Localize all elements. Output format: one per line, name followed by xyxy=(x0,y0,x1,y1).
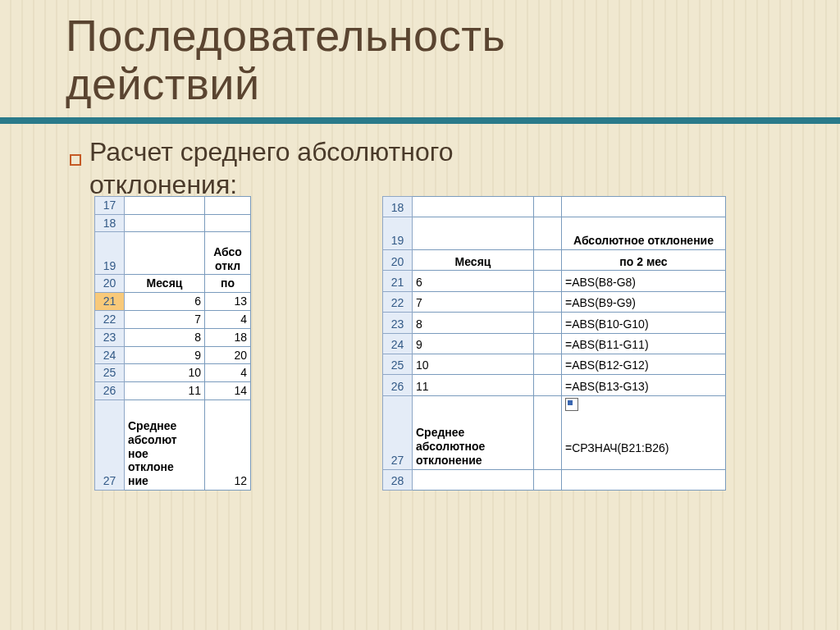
row-header: 27 xyxy=(383,395,413,469)
cell xyxy=(534,375,562,395)
cell: 14 xyxy=(205,382,251,400)
row-header: 23 xyxy=(383,313,413,333)
table-row: 19 Абсооткл xyxy=(95,232,251,275)
cell-header: по xyxy=(205,275,251,293)
row-header: 25 xyxy=(95,364,125,382)
table-row: 28 xyxy=(383,469,726,490)
cell xyxy=(205,196,251,214)
table-row: 22 7 =ABS(B9-G9) xyxy=(383,291,726,312)
cell: 9 xyxy=(125,346,205,364)
cell: 9 xyxy=(413,333,534,354)
cell: 12 xyxy=(205,399,251,490)
cell: 4 xyxy=(205,364,251,382)
cell: 20 xyxy=(205,346,251,364)
excel-table-right: 18 19 Абсолютное отклонение 20 Месяц по … xyxy=(382,196,726,491)
row-header: 24 xyxy=(95,346,125,364)
cell xyxy=(413,196,534,217)
cell: =СРЗНАЧ(B21:B26) xyxy=(562,395,726,469)
cell: =ABS(B10-G10) xyxy=(562,313,726,333)
row-header: 26 xyxy=(95,382,125,400)
tables-container: 17 18 19 Абсооткл 20 xyxy=(70,196,799,491)
cell: 8 xyxy=(413,313,534,333)
cell: =ABS(B9-G9) xyxy=(562,291,726,312)
cell: 7 xyxy=(413,291,534,312)
cell xyxy=(413,469,534,490)
cell: =ABS(B13-G13) xyxy=(562,375,726,395)
table-row: 27 Среднее абсолют ное отклоне ние 12 xyxy=(95,399,251,490)
cell-label: Среднее абсолют ное отклоне ние xyxy=(125,399,205,490)
table-row: 21 6 =ABS(B8-G8) xyxy=(383,271,726,291)
table-row: 25 10 =ABS(B12-G12) xyxy=(383,354,726,374)
cell xyxy=(534,354,562,374)
cell: =ABS(B8-G8) xyxy=(562,271,726,291)
cell-header: Месяц xyxy=(413,250,534,271)
excel-table-left: 17 18 19 Абсооткл 20 xyxy=(94,196,251,491)
cell xyxy=(562,196,726,217)
cell xyxy=(125,214,205,232)
cell-header: Абсооткл xyxy=(205,232,251,275)
row-header: 23 xyxy=(95,328,125,346)
row-header: 26 xyxy=(383,375,413,395)
row-header: 18 xyxy=(383,196,413,217)
row-header: 18 xyxy=(95,214,125,232)
row-header: 28 xyxy=(383,469,413,490)
cell xyxy=(534,469,562,490)
slide: Последовательность действий Расчет средн… xyxy=(0,0,840,630)
cell: 10 xyxy=(413,354,534,374)
cell: 11 xyxy=(125,382,205,400)
slide-title: Последовательность действий xyxy=(0,0,840,117)
cell: 8 xyxy=(125,328,205,346)
row-header: 19 xyxy=(383,217,413,250)
table-row: 24 9 20 xyxy=(95,346,251,364)
cell xyxy=(562,469,726,490)
table-row: 20 Месяц по xyxy=(95,275,251,293)
cell: 7 xyxy=(125,310,205,328)
cell: 6 xyxy=(413,271,534,291)
row-header: 24 xyxy=(383,333,413,354)
row-header: 22 xyxy=(383,291,413,312)
autofill-handle-icon xyxy=(565,398,578,411)
cell: =ABS(B12-G12) xyxy=(562,354,726,374)
cell xyxy=(534,313,562,333)
table-row: 23 8 18 xyxy=(95,328,251,346)
cell xyxy=(205,214,251,232)
title-divider xyxy=(0,117,840,124)
row-header: 22 xyxy=(95,310,125,328)
cell: 6 xyxy=(125,293,205,311)
title-line-1: Последовательность xyxy=(66,11,505,60)
cell xyxy=(125,196,205,214)
table-row: 21 6 13 xyxy=(95,293,251,311)
cell: 10 xyxy=(125,364,205,382)
title-line-2: действий xyxy=(66,59,260,108)
subtitle-line-1: Расчет среднего абсолютного xyxy=(89,137,453,167)
table-row: 18 xyxy=(95,214,251,232)
cell xyxy=(534,291,562,312)
table-row: 25 10 4 xyxy=(95,364,251,382)
cell-header: Месяц xyxy=(125,275,205,293)
cell xyxy=(125,232,205,275)
cell-label: Среднее абсолютное отклонение xyxy=(413,395,534,469)
table-row: 18 xyxy=(383,196,726,217)
cell-header: Абсолютное отклонение xyxy=(562,217,726,250)
cell xyxy=(534,333,562,354)
slide-body: Расчет среднего абсолютного отклонения: … xyxy=(0,135,840,491)
cell: =ABS(B11-G11) xyxy=(562,333,726,354)
table-row: 17 xyxy=(95,196,251,214)
cell xyxy=(534,271,562,291)
subtitle-line-2: отклонения: xyxy=(89,170,237,199)
row-header: 19 xyxy=(95,232,125,275)
square-bullet-icon xyxy=(70,154,81,166)
cell: 13 xyxy=(205,293,251,311)
cell xyxy=(534,217,562,250)
bullet-item: Расчет среднего абсолютного отклонения: xyxy=(70,135,799,201)
table-row: 19 Абсолютное отклонение xyxy=(383,217,726,250)
cell xyxy=(534,395,562,469)
row-header: 20 xyxy=(383,250,413,271)
cell xyxy=(534,196,562,217)
table-row: 27 Среднее абсолютное отклонение =СРЗНАЧ… xyxy=(383,395,726,469)
row-header: 25 xyxy=(383,354,413,374)
table-row: 26 11 14 xyxy=(95,382,251,400)
row-header: 21 xyxy=(383,271,413,291)
row-header: 27 xyxy=(95,399,125,490)
cell: 11 xyxy=(413,375,534,395)
